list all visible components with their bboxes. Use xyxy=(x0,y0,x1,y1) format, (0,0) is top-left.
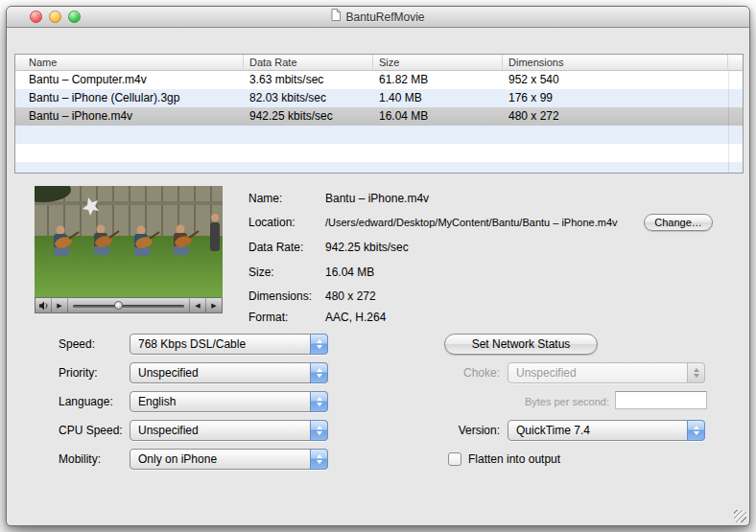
detail-row-name: Name:Bantu – iPhone.m4v xyxy=(248,192,709,207)
column-header-size[interactable]: Size xyxy=(373,55,503,70)
step-back-button[interactable]: ◀ xyxy=(190,298,205,312)
titlebar[interactable]: BantuRefMovie xyxy=(7,7,749,28)
popup-arrows-icon xyxy=(310,420,328,441)
table-body: Bantu – Computer.m4v 3.63 mbits/sec 61.8… xyxy=(15,71,743,173)
popup-arrows-icon xyxy=(310,334,328,355)
flatten-checkbox-label: Flatten into output xyxy=(468,451,560,468)
mobility-popup-value: Only on iPhone xyxy=(138,452,217,466)
detail-row-format: Format:AAC, H.264 xyxy=(248,311,709,326)
cell-name: Bantu – iPhone.m4v xyxy=(15,107,244,126)
table-row-computer[interactable]: Bantu – Computer.m4v 3.63 mbits/sec 61.8… xyxy=(15,71,743,89)
popup-arrows-icon xyxy=(687,420,705,441)
priority-popup-value: Unspecified xyxy=(138,366,199,380)
version-popup-value: QuickTime 7.4 xyxy=(516,424,590,437)
detail-row-data-rate: Data Rate:942.25 kbits/sec xyxy=(248,241,709,256)
name-label: Name: xyxy=(248,192,325,205)
name-value: Bantu – iPhone.m4v xyxy=(325,192,429,205)
priority-popup[interactable]: Unspecified xyxy=(130,362,328,383)
step-forward-button[interactable]: ▶ xyxy=(206,298,222,312)
location-value: /Users/edward/Desktop/MyContent/Bantu/Ba… xyxy=(325,217,618,228)
size-value: 16.04 MB xyxy=(325,266,374,279)
speed-popup[interactable]: 768 Kbps DSL/Cable xyxy=(130,334,328,355)
table-row-iphone-cellular[interactable]: Bantu – iPhone (Cellular).3gp 82.03 kbit… xyxy=(15,89,743,107)
cell-data-rate: 942.25 kbits/sec xyxy=(244,107,373,126)
priority-label: Priority: xyxy=(59,362,98,383)
cell-data-rate: 82.03 kbits/sec xyxy=(244,89,373,107)
screen: BantuRefMovie Name Data Rate Size Dimens… xyxy=(0,0,756,532)
movie-controller: ▶ ◀ ▶ xyxy=(35,297,223,313)
detail-row-dimensions: Dimensions:480 x 272 xyxy=(248,289,709,305)
cell-data-rate: 3.63 mbits/sec xyxy=(244,71,373,89)
window: BantuRefMovie Name Data Rate Size Dimens… xyxy=(6,6,750,526)
popup-arrows-icon xyxy=(310,362,328,383)
cell-name: Bantu – iPhone (Cellular).3gp xyxy=(15,89,244,107)
choke-popup-value: Unspecified xyxy=(516,366,577,380)
bytes-per-second-field[interactable] xyxy=(615,391,707,409)
location-label: Location: xyxy=(248,216,325,229)
cell-name: Bantu – Computer.m4v xyxy=(15,71,244,89)
table-header: Name Data Rate Size Dimensions xyxy=(15,55,743,71)
dimensions-value: 480 x 272 xyxy=(325,289,376,303)
cell-dimensions: 480 x 272 xyxy=(503,107,728,126)
cpu-speed-label: CPU Speed: xyxy=(59,420,123,441)
column-header-name[interactable]: Name xyxy=(15,55,244,70)
version-label: Version: xyxy=(404,420,500,441)
resize-grip[interactable] xyxy=(734,510,746,522)
window-title: BantuRefMovie xyxy=(7,7,749,28)
data-rate-value: 942.25 kbits/sec xyxy=(325,241,409,254)
column-header-dimensions[interactable]: Dimensions xyxy=(503,55,728,70)
detail-row-location: Location:/Users/edward/Desktop/MyContent… xyxy=(248,216,709,231)
mobility-label: Mobility: xyxy=(59,449,101,470)
language-popup[interactable]: English xyxy=(130,391,328,412)
flatten-checkbox[interactable] xyxy=(448,452,461,466)
version-popup[interactable]: QuickTime 7.4 xyxy=(508,420,705,441)
speed-popup-value: 768 Kbps DSL/Cable xyxy=(138,337,246,351)
format-label: Format: xyxy=(248,311,325,324)
choke-popup[interactable]: Unspecified xyxy=(508,362,705,383)
video-preview xyxy=(35,186,223,297)
cell-dimensions: 952 x 540 xyxy=(503,71,728,89)
choke-label: Choke: xyxy=(404,362,500,383)
language-popup-value: English xyxy=(138,395,176,408)
cpu-speed-popup-value: Unspecified xyxy=(138,424,199,437)
column-header-data-rate[interactable]: Data Rate xyxy=(244,55,373,70)
popup-arrows-icon xyxy=(310,391,328,412)
column-header-blank xyxy=(728,55,743,70)
vertical-scrollbar-track[interactable] xyxy=(728,71,729,173)
dimensions-label: Dimensions: xyxy=(248,289,325,303)
scrub-slider[interactable] xyxy=(68,298,189,312)
document-proxy-icon xyxy=(331,7,341,28)
scrub-track[interactable] xyxy=(73,305,184,308)
change-button[interactable]: Change… xyxy=(644,214,713,231)
data-rate-label: Data Rate: xyxy=(248,241,325,254)
cell-size: 1.40 MB xyxy=(373,89,503,107)
mobility-popup[interactable]: Only on iPhone xyxy=(130,449,328,470)
size-label: Size: xyxy=(248,266,325,279)
set-network-status-button[interactable]: Set Network Status xyxy=(444,334,598,355)
format-value: AAC, H.264 xyxy=(325,311,386,324)
window-title-text: BantuRefMovie xyxy=(345,7,424,28)
cpu-speed-popup[interactable]: Unspecified xyxy=(130,420,328,441)
cell-dimensions: 176 x 99 xyxy=(503,89,728,107)
cell-size: 61.82 MB xyxy=(373,71,503,89)
detail-row-size: Size:16.04 MB xyxy=(248,266,709,281)
volume-icon[interactable] xyxy=(35,301,51,311)
bytes-per-second-label: Bytes per second: xyxy=(458,393,609,410)
popup-arrows-icon xyxy=(687,362,705,383)
movie-table: Name Data Rate Size Dimensions Bantu – C… xyxy=(14,54,744,173)
popup-arrows-icon xyxy=(310,449,328,470)
play-button[interactable]: ▶ xyxy=(52,298,67,312)
table-row-iphone-selected[interactable]: Bantu – iPhone.m4v 942.25 kbits/sec 16.0… xyxy=(15,107,743,126)
scrub-thumb[interactable] xyxy=(114,301,123,310)
speed-label: Speed: xyxy=(59,334,95,355)
language-label: Language: xyxy=(59,391,113,412)
cell-size: 16.04 MB xyxy=(373,107,503,126)
